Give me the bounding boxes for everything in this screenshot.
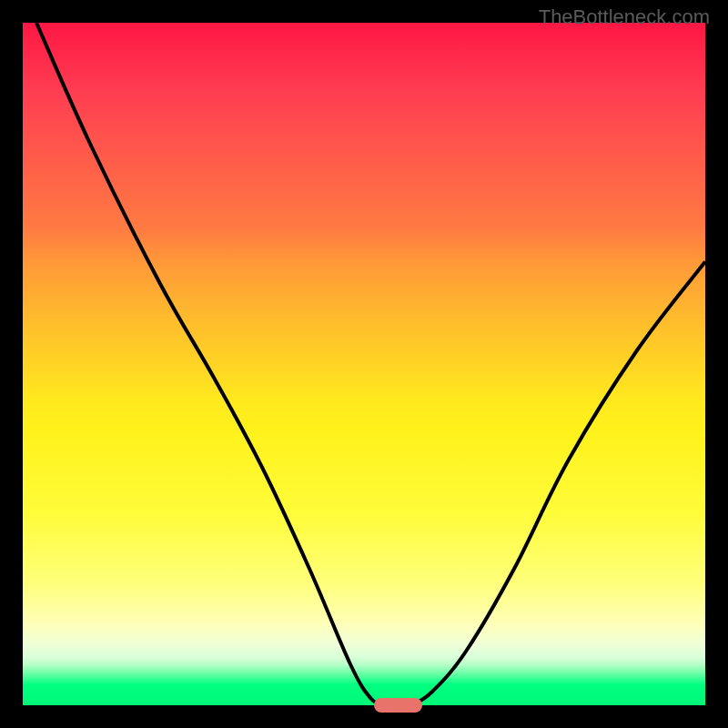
left-curve-path xyxy=(36,23,385,705)
watermark-text: TheBottleneck.com xyxy=(539,5,710,29)
curve-svg xyxy=(23,23,705,705)
chart-plot-area xyxy=(23,23,705,705)
right-curve-path xyxy=(412,262,706,706)
bottleneck-marker xyxy=(374,698,422,713)
